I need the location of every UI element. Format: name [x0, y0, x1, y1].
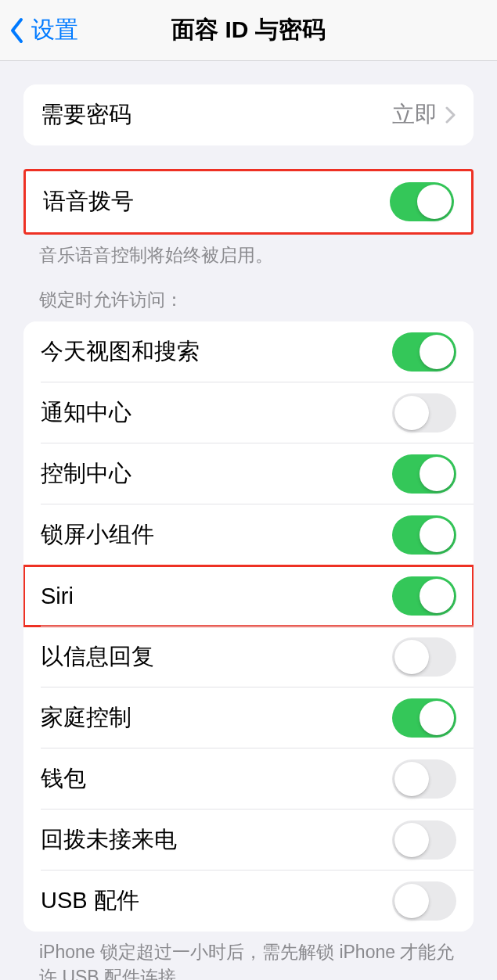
lock-access-toggle[interactable] — [392, 332, 456, 372]
require-passcode-row[interactable]: 需要密码 立即 — [23, 84, 474, 145]
lock-access-footer: iPhone 锁定超过一小时后，需先解锁 iPhone 才能允许 USB 配件连… — [0, 932, 497, 980]
lock-access-row: 回拨未接来电 — [23, 809, 474, 871]
require-passcode-value: 立即 — [392, 99, 438, 131]
lock-access-item-label: 今天视图和搜索 — [41, 336, 200, 368]
lock-access-row: 钱包 — [23, 748, 474, 809]
lock-access-toggle[interactable] — [392, 393, 456, 433]
lock-access-item-label: 控制中心 — [41, 458, 131, 490]
lock-access-item-label: 锁屏小组件 — [41, 519, 154, 551]
lock-access-item-label: 以信息回复 — [41, 641, 154, 673]
lock-access-item-label: 钱包 — [41, 763, 86, 795]
lock-access-toggle[interactable] — [392, 637, 456, 677]
lock-access-row: 通知中心 — [23, 382, 474, 443]
chevron-left-icon — [9, 17, 25, 44]
voice-dial-group: 语音拨号 — [23, 169, 474, 235]
lock-access-item-label: 通知中心 — [41, 397, 131, 429]
voice-dial-footer: 音乐语音控制将始终被启用。 — [0, 235, 497, 267]
lock-access-item-label: 回拨未接来电 — [41, 824, 177, 856]
lock-access-item-label: Siri — [41, 583, 74, 609]
chevron-right-icon — [445, 106, 456, 124]
back-button[interactable]: 设置 — [0, 14, 78, 46]
lock-access-toggle[interactable] — [392, 576, 456, 616]
voice-dial-toggle[interactable] — [390, 182, 454, 221]
lock-access-row: Siri — [23, 565, 474, 626]
back-label: 设置 — [31, 14, 78, 46]
lock-access-item-label: 家庭控制 — [41, 702, 131, 734]
lock-access-toggle[interactable] — [392, 881, 456, 921]
lock-access-row: 控制中心 — [23, 443, 474, 504]
navigation-bar: 设置 面容 ID 与密码 — [0, 0, 497, 61]
lock-access-header: 锁定时允许访问： — [0, 267, 497, 312]
lock-access-row: 以信息回复 — [23, 626, 474, 687]
lock-access-toggle[interactable] — [392, 454, 456, 494]
voice-dial-row: 语音拨号 — [26, 171, 471, 232]
lock-access-row: 今天视图和搜索 — [23, 321, 474, 382]
lock-access-item-label: USB 配件 — [41, 885, 139, 917]
lock-access-row: 家庭控制 — [23, 687, 474, 748]
lock-access-row: 锁屏小组件 — [23, 504, 474, 565]
lock-access-toggle[interactable] — [392, 820, 456, 860]
lock-access-row: USB 配件 — [23, 871, 474, 932]
lock-access-toggle[interactable] — [392, 759, 456, 799]
voice-dial-label: 语音拨号 — [43, 186, 134, 217]
require-passcode-label: 需要密码 — [41, 99, 131, 131]
lock-access-toggle[interactable] — [392, 698, 456, 738]
require-passcode-group: 需要密码 立即 — [23, 84, 474, 145]
lock-access-toggle[interactable] — [392, 515, 456, 555]
lock-access-group: 今天视图和搜索通知中心控制中心锁屏小组件Siri以信息回复家庭控制钱包回拨未接来… — [23, 321, 474, 932]
